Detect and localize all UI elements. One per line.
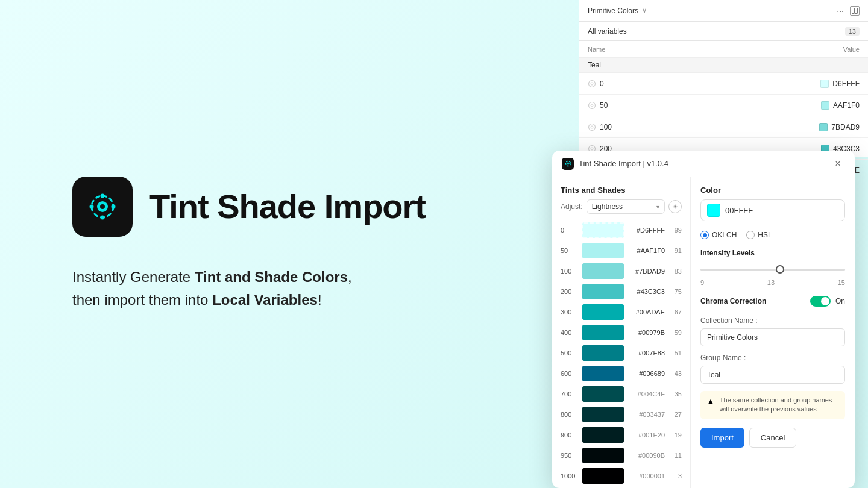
svg-point-4 — [589, 102, 596, 108]
chroma-right: On — [810, 296, 845, 307]
tsi-shades-panel: Tints and Shades Adjust: Lightness ☀ 0 #… — [552, 177, 691, 488]
svg-point-14 — [100, 204, 105, 209]
tsi-adjust-row: Adjust: Lightness ☀ — [552, 199, 690, 220]
close-button[interactable]: × — [831, 157, 845, 171]
tagline-then: then import them into — [72, 292, 212, 308]
shade-hex-500: #007E88 — [624, 349, 665, 357]
radio-oklch-circle — [700, 231, 709, 239]
tsi-header-title: Tint Shade Import | v1.0.4 — [579, 159, 668, 168]
svg-rect-1 — [855, 8, 858, 13]
var-value-100: 7BDAD9 — [787, 123, 860, 131]
radio-hsl-circle — [746, 231, 755, 239]
shade-step-950: 950 — [561, 452, 582, 459]
variables-count: 13 — [845, 27, 860, 36]
tagline-plain: Instantly Generate — [72, 269, 195, 285]
figma-vars-columns: Name Value — [579, 41, 868, 58]
color-swatch-large — [707, 204, 720, 217]
radio-oklch[interactable]: OKLCH — [700, 231, 737, 239]
shade-lightness-100: 83 — [665, 267, 682, 275]
shade-row-400: 400 #00979B 59 — [552, 322, 690, 343]
shade-bar-700[interactable] — [582, 386, 624, 402]
svg-point-9 — [591, 148, 593, 150]
shade-row-200: 200 #43C3C3 75 — [552, 281, 690, 302]
var-row-50: 50 AAF1F0 — [579, 95, 868, 116]
radio-hsl[interactable]: HSL — [746, 231, 772, 239]
intensity-slider[interactable] — [700, 262, 845, 277]
shade-bar-300[interactable] — [582, 304, 624, 320]
shade-hex-600: #006689 — [624, 370, 665, 377]
import-button[interactable]: Import — [700, 428, 744, 448]
shade-step-500: 500 — [561, 349, 582, 357]
shade-bar-0[interactable] — [582, 222, 624, 238]
tagline-bold2: Local Variables — [212, 292, 318, 308]
shade-bar-200[interactable] — [582, 284, 624, 299]
figma-panel: Primitive Colors ∨ ··· All variables 13 … — [579, 0, 868, 157]
adjust-value: Lightness — [592, 202, 623, 211]
shade-hex-800: #003437 — [624, 411, 665, 418]
var-value-0: D6FFFF — [787, 80, 860, 88]
shade-step-200: 200 — [561, 288, 582, 295]
cancel-button[interactable]: Cancel — [749, 428, 796, 448]
shade-hex-900: #001E20 — [624, 431, 665, 439]
shade-bar-100[interactable] — [582, 263, 624, 279]
all-variables-label: All variables — [588, 27, 627, 36]
collection-name-input[interactable] — [700, 328, 845, 346]
shade-bar-500[interactable] — [582, 345, 624, 361]
tsi-settings-panel: Color OKLCH HSL Intensity Levels — [691, 177, 855, 488]
figma-panel-title-row: Primitive Colors ∨ — [588, 7, 647, 15]
shade-hex-300: #00ADAE — [624, 308, 665, 316]
color-hex-input[interactable] — [725, 206, 826, 215]
tsi-header-left: Tint Shade Import | v1.0.4 — [562, 158, 668, 170]
shade-bar-950[interactable] — [582, 448, 624, 463]
shade-bar-1000[interactable] — [582, 468, 624, 484]
shade-bar-50[interactable] — [582, 243, 624, 258]
color-mode-radio: OKLCH HSL — [700, 231, 845, 239]
shade-row-600: 600 #006689 43 — [552, 363, 690, 384]
sun-icon[interactable]: ☀ — [668, 200, 682, 213]
collection-name-section: Collection Name : — [700, 316, 845, 346]
var-row-100: 100 7BDAD9 — [579, 116, 868, 138]
slider-thumb[interactable] — [776, 265, 784, 274]
shade-step-400: 400 — [561, 329, 582, 336]
shade-step-50: 50 — [561, 247, 582, 254]
app-title: Tint Shade Import — [149, 187, 426, 226]
shade-row-0: 0 #D6FFFF 99 — [552, 220, 690, 240]
panel-layout-icon[interactable] — [850, 6, 860, 16]
more-options-icon[interactable]: ··· — [837, 6, 844, 16]
chroma-on-label: On — [835, 297, 845, 305]
shade-row-800: 800 #003437 27 — [552, 404, 690, 425]
adjust-select[interactable]: Lightness — [587, 199, 665, 214]
shade-bar-600[interactable] — [582, 366, 624, 381]
shade-row-700: 700 #004C4F 35 — [552, 384, 690, 404]
shade-hex-0: #D6FFFF — [624, 227, 665, 234]
var-hex-100: 7BDAD9 — [831, 123, 860, 131]
adjust-label: Adjust: — [561, 202, 583, 211]
shade-hex-100: #7BDAD9 — [624, 267, 665, 275]
var-step-0: 0 — [600, 80, 604, 88]
figma-vars-header: All variables 13 — [579, 22, 868, 41]
tsi-shades-title: Tints and Shades — [552, 177, 690, 199]
group-name-input[interactable] — [700, 366, 845, 384]
var-name-50: 50 — [588, 101, 787, 110]
slider-track — [700, 269, 845, 271]
svg-point-6 — [589, 124, 596, 130]
chroma-correction-row: Chroma Correction On — [700, 296, 845, 307]
shade-bar-900[interactable] — [582, 427, 624, 443]
col-value-header: Value — [799, 46, 860, 53]
svg-point-16 — [101, 215, 105, 219]
collection-name-label: Collection Name : — [700, 316, 845, 325]
var-swatch-50 — [821, 101, 829, 110]
shade-hex-400: #00979B — [624, 329, 665, 336]
intensity-labels: 9 13 15 — [700, 279, 845, 286]
shade-row-900: 900 #001E20 19 — [552, 425, 690, 445]
shade-bar-800[interactable] — [582, 407, 624, 422]
shade-step-300: 300 — [561, 308, 582, 316]
color-section: Color — [700, 186, 845, 221]
intensity-mid: 13 — [767, 279, 775, 286]
var-step-50: 50 — [600, 101, 608, 110]
var-swatch-100 — [819, 123, 828, 131]
svg-point-2 — [589, 80, 596, 87]
shade-row-100: 100 #7BDAD9 83 — [552, 261, 690, 281]
shade-bar-400[interactable] — [582, 325, 624, 340]
chroma-toggle[interactable] — [810, 296, 831, 307]
